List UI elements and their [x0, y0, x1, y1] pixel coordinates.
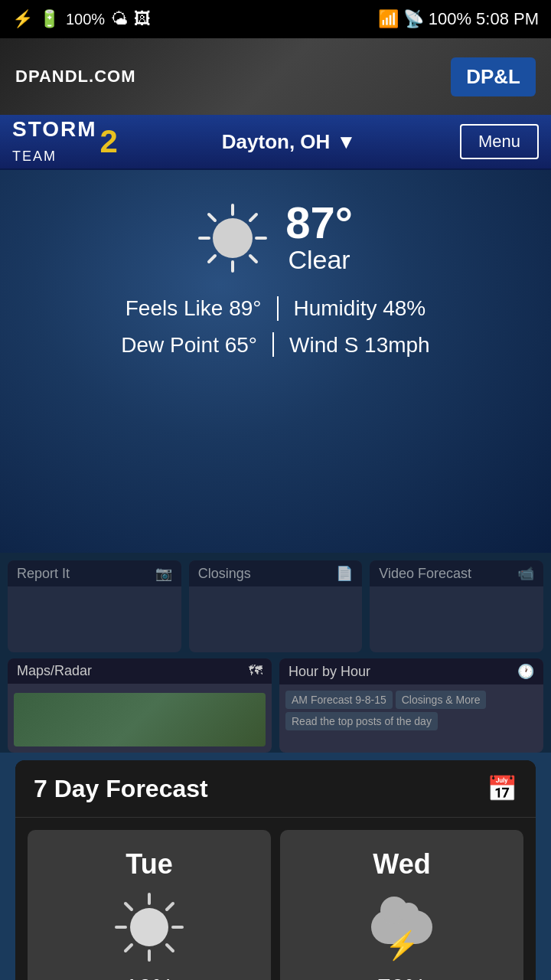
image-icon: 🖼 [134, 9, 151, 29]
calendar-icon: 📅 [487, 774, 517, 803]
maps-header: Maps/Radar 🗺 [8, 658, 272, 684]
status-right: 📶 📡 100% 5:08 PM [378, 9, 539, 29]
storm-team-number: 2 [100, 126, 118, 158]
closings-tile: Closings & More [396, 691, 487, 709]
current-weather-icon [198, 204, 267, 273]
clock-icon: 🕐 [517, 663, 534, 680]
battery-icon: 🔋 [39, 9, 60, 29]
feels-like-label: Feels Like [126, 290, 223, 327]
app-card-closings[interactable]: Closings 📄 [189, 560, 363, 652]
detail-row-2: Dew Point 65° Wind S 13mph [121, 327, 429, 364]
maps-body [8, 684, 272, 753]
svg-line-13 [167, 945, 173, 951]
forecast-card: 7 Day Forecast 📅 Tue [15, 760, 536, 980]
forecast-days-container: Tue 10% 92° [15, 818, 536, 980]
forecast-day-tue[interactable]: Tue 10% 92° [28, 830, 271, 980]
ad-website: DPANDL.COM [15, 67, 135, 87]
dew-point-label: Dew Point [121, 327, 219, 364]
hour-header: Hour by Hour 🕐 [279, 658, 543, 684]
nav-bar: STORMTEAM 2 Dayton, OH ▼ Menu [0, 115, 551, 170]
humidity-value: 48% [383, 290, 425, 327]
current-temperature: 87° [285, 201, 353, 245]
current-description: Clear [285, 245, 353, 275]
wind-label: Wind [289, 327, 338, 364]
forecast-card-header: 7 Day Forecast 📅 [15, 760, 536, 818]
app-card-hour[interactable]: Hour by Hour 🕐 AM Forecast 9-8-15 Closin… [279, 658, 543, 753]
svg-line-6 [250, 214, 256, 220]
location-arrow-icon: ▼ [336, 130, 356, 154]
svg-line-12 [126, 903, 132, 910]
status-bar: ⚡ 🔋 100% 🌤 🖼 📶 📡 100% 5:08 PM [0, 0, 551, 38]
weather-section: 87° Clear Feels Like 89° Humidity 48% De… [0, 170, 551, 553]
weather-icon-wed: ⚡ [367, 893, 436, 962]
app-cards-row: Maps/Radar 🗺 Hour by Hour 🕐 AM Forecast … [8, 658, 543, 753]
map-preview-image [14, 693, 266, 746]
app-card-report-title: Report It [17, 566, 70, 582]
hour-body: AM Forecast 9-8-15 Closings & More Read … [279, 684, 543, 737]
dew-point-value: 65° [225, 327, 257, 364]
am-forecast-tile: AM Forecast 9-8-15 [285, 691, 393, 709]
signal-icon: 📡 [403, 9, 424, 29]
posts-tile: Read the top posts of the day [285, 712, 438, 730]
menu-button[interactable]: Menu [460, 124, 539, 159]
wifi-icon: 📶 [378, 9, 399, 29]
detail-divider-1 [277, 296, 279, 321]
location-display[interactable]: Dayton, OH ▼ [222, 130, 356, 154]
map-icon: 🗺 [249, 663, 262, 679]
current-weather-display: 87° Clear [198, 201, 353, 275]
detail-row-1: Feels Like 89° Humidity 48% [121, 290, 429, 327]
app-card-video[interactable]: Video Forecast 📹 [370, 560, 543, 652]
app-card-closings-title: Closings [198, 566, 251, 582]
weather-icon-tue [115, 893, 184, 962]
feels-like-value: 89° [229, 290, 261, 327]
app-card-video-title: Video Forecast [379, 566, 471, 582]
precip-wed: 70% [377, 974, 426, 980]
precip-tue: 10% [125, 974, 174, 980]
app-card-report[interactable]: Report It 📷 [8, 560, 181, 652]
forecast-day-wed[interactable]: Wed ⚡ 70% 82° | 63° [280, 830, 523, 980]
video-icon: 📹 [517, 565, 534, 582]
document-icon: 📄 [336, 565, 353, 582]
weather-details: Feels Like 89° Humidity 48% Dew Point 65… [121, 290, 429, 363]
temp-display: 100% [66, 11, 105, 28]
storm-team-logo: STORMTEAM 2 [12, 117, 118, 166]
svg-line-4 [209, 214, 215, 220]
app-card-maps[interactable]: Maps/Radar 🗺 [8, 658, 272, 753]
temp-description: 87° Clear [285, 201, 353, 275]
svg-line-15 [126, 945, 132, 951]
camera-icon: 📷 [155, 565, 172, 582]
app-switcher-overlay: Report It 📷 Closings 📄 Video Forecast 📹 … [0, 553, 551, 753]
weather-status-icon: 🌤 [111, 9, 128, 29]
svg-line-7 [209, 256, 215, 262]
svg-line-14 [167, 903, 173, 910]
hour-title: Hour by Hour [289, 664, 370, 680]
ad-banner[interactable]: DPANDL.COM DP&L [0, 38, 551, 115]
wind-value: S 13mph [344, 327, 430, 364]
humidity-label: Humidity [294, 290, 377, 327]
ad-logo: DP&L [451, 57, 536, 96]
forecast-card-title: 7 Day Forecast [34, 775, 208, 803]
storm-team-text: STORMTEAM [12, 117, 97, 166]
maps-title: Maps/Radar [17, 663, 92, 679]
time-display: 5:08 PM [476, 9, 539, 29]
battery-percent: 100% [429, 9, 471, 29]
day-name-wed: Wed [373, 848, 430, 880]
svg-line-5 [250, 256, 256, 262]
day-name-tue: Tue [126, 848, 172, 880]
usb-icon: ⚡ [12, 9, 33, 29]
location-name: Dayton, OH [222, 130, 331, 154]
lightning-icon: ⚡ [385, 929, 419, 962]
detail-divider-2 [272, 332, 274, 357]
status-left: ⚡ 🔋 100% 🌤 🖼 [12, 9, 151, 29]
